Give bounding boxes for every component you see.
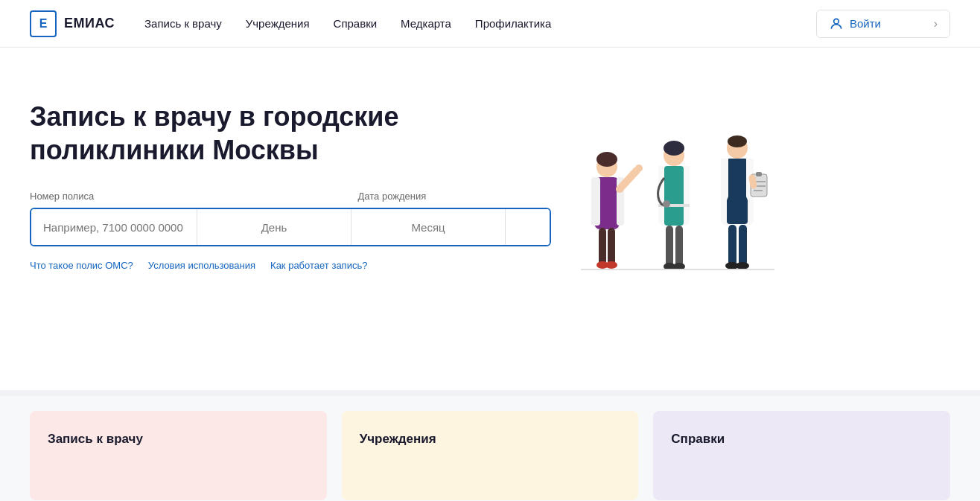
- svg-rect-15: [664, 166, 684, 226]
- svg-point-9: [605, 261, 617, 269]
- logo[interactable]: Е ЕМИАС: [30, 10, 115, 37]
- main-nav: Запись к врачу Учреждения Справки Медкар…: [144, 17, 816, 30]
- logo-letter: Е: [39, 17, 48, 31]
- svg-rect-4: [591, 177, 600, 226]
- card-certificates-title: Справки: [671, 432, 725, 446]
- card-certificates[interactable]: Справки: [653, 411, 950, 500]
- dob-group: [197, 209, 551, 245]
- card-appointment-title: Запись к врачу: [48, 432, 143, 446]
- month-input[interactable]: [351, 209, 506, 245]
- svg-point-2: [596, 152, 617, 167]
- hero-section: Запись к врачу в городские поликлиники М…: [0, 48, 980, 390]
- svg-rect-6: [599, 228, 606, 265]
- svg-rect-7: [608, 228, 615, 265]
- svg-rect-35: [756, 172, 762, 176]
- year-input[interactable]: [506, 209, 551, 245]
- nav-item-certificates[interactable]: Справки: [334, 17, 378, 30]
- logo-icon: Е: [30, 10, 57, 37]
- how-link[interactable]: Как работает запись?: [270, 260, 367, 271]
- oms-link[interactable]: Что такое полис ОМС?: [30, 260, 133, 271]
- appointment-form: Номер полиса Дата рождения Записаться Чт…: [30, 191, 551, 271]
- header: Е ЕМИАС Запись к врачу Учреждения Справк…: [0, 0, 980, 48]
- day-input[interactable]: [197, 209, 351, 245]
- hero-illustration: [551, 77, 789, 301]
- terms-link[interactable]: Условия использования: [148, 260, 255, 271]
- card-institutions-title: Учреждения: [360, 432, 436, 446]
- nav-item-prevention[interactable]: Профилактика: [475, 17, 552, 30]
- card-institutions[interactable]: Учреждения: [342, 411, 639, 500]
- login-label: Войти: [850, 17, 881, 30]
- login-content: Войти: [829, 16, 928, 31]
- svg-point-13: [664, 141, 684, 156]
- cards-section: Запись к врачу Учреждения Справки: [0, 396, 980, 501]
- form-inputs-row: Записаться: [30, 208, 551, 246]
- nav-item-medcard[interactable]: Медкарта: [401, 17, 451, 30]
- nav-item-institutions[interactable]: Учреждения: [246, 17, 310, 30]
- login-button[interactable]: Войти ›: [816, 10, 950, 38]
- form-labels: Номер полиса Дата рождения: [30, 191, 551, 202]
- policy-input[interactable]: [31, 209, 197, 245]
- chevron-right-icon: ›: [934, 17, 938, 31]
- hero-title: Запись к врачу в городские поликлиники М…: [30, 100, 551, 167]
- card-appointment[interactable]: Запись к врачу: [30, 411, 327, 500]
- svg-rect-27: [727, 159, 748, 224]
- section-divider: [0, 390, 980, 396]
- svg-point-25: [728, 135, 747, 147]
- svg-point-23: [663, 200, 670, 208]
- svg-rect-31: [739, 225, 747, 266]
- dob-label: Дата рождения: [358, 191, 552, 202]
- svg-line-39: [752, 178, 754, 185]
- form-links: Что такое полис ОМС? Условия использован…: [30, 260, 551, 271]
- doctors-svg: [559, 92, 782, 301]
- svg-point-33: [736, 262, 749, 269]
- svg-rect-20: [675, 226, 683, 267]
- svg-rect-30: [728, 225, 736, 266]
- svg-rect-19: [666, 226, 673, 267]
- svg-point-0: [834, 19, 839, 24]
- svg-point-11: [635, 165, 643, 172]
- nav-item-appointment[interactable]: Запись к врачу: [144, 17, 222, 30]
- hero-content: Запись к врачу в городские поликлиники М…: [30, 92, 551, 271]
- policy-label: Номер полиса: [30, 191, 352, 202]
- user-icon: [829, 16, 844, 31]
- logo-name: ЕМИАС: [64, 16, 115, 31]
